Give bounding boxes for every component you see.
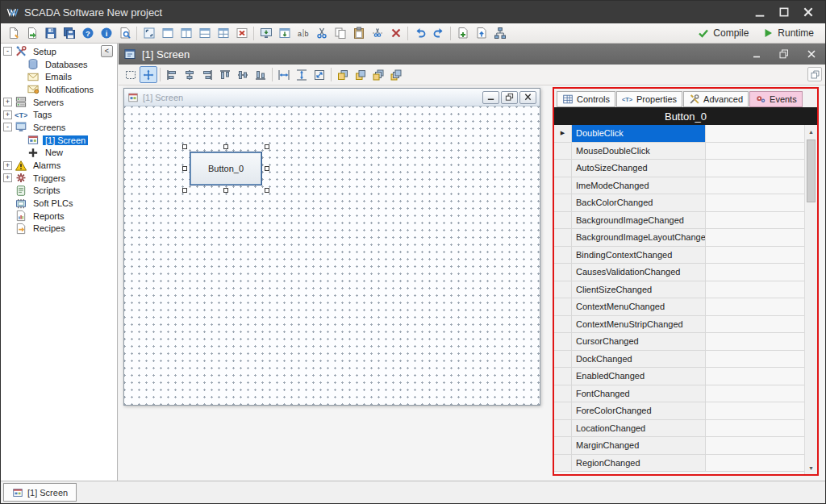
layout-grid-button[interactable]	[214, 24, 232, 42]
event-value-cell[interactable]	[706, 298, 804, 315]
selection-handle[interactable]	[182, 166, 187, 171]
tab-properties[interactable]: <T>Properties	[616, 91, 682, 107]
event-row-backgroundimagelayoutchanged[interactable]: BackgroundImageLayoutChanged	[554, 229, 804, 247]
page-add-button[interactable]	[453, 24, 472, 42]
scroll-up-icon[interactable]: ▲	[805, 125, 817, 138]
bring-forward-button[interactable]	[369, 66, 387, 83]
selection-handle[interactable]	[223, 144, 228, 149]
event-row-fontchanged[interactable]: FontChanged	[554, 385, 804, 403]
move-tool-button[interactable]	[140, 66, 157, 83]
tree-item-notifications[interactable]: Notifications	[1, 83, 117, 96]
align-bottom-button[interactable]	[252, 66, 269, 83]
redo-button[interactable]	[429, 24, 448, 42]
tree-item-1-screen[interactable]: [1] Screen	[1, 134, 117, 147]
tab-controls[interactable]: Controls	[557, 91, 615, 107]
app-minimize-button[interactable]	[748, 2, 772, 23]
save-button[interactable]	[41, 24, 60, 42]
form-minimize-button[interactable]	[482, 91, 499, 104]
event-row-cursorchanged[interactable]: CursorChanged	[554, 333, 804, 351]
help-button[interactable]: ?	[78, 24, 97, 42]
selection-handle[interactable]	[182, 188, 187, 193]
form-close-button[interactable]	[519, 91, 536, 104]
event-row-marginchanged[interactable]: MarginChanged	[554, 437, 804, 455]
fullscreen-button[interactable]	[140, 24, 158, 42]
capture-button[interactable]	[257, 24, 275, 42]
expander-plus-icon[interactable]: +	[3, 98, 12, 106]
delete-button[interactable]	[386, 24, 405, 42]
event-value-cell[interactable]	[706, 143, 804, 160]
event-value-cell[interactable]	[706, 316, 804, 333]
same-height-button[interactable]	[293, 66, 311, 83]
save-all-button[interactable]	[60, 24, 78, 42]
event-row-backcolorchanged[interactable]: BackColorChanged	[554, 194, 804, 212]
tree-item-soft-plcs[interactable]: Soft PLCs	[1, 197, 117, 210]
mdi-minimize-button[interactable]	[745, 46, 764, 62]
new-button[interactable]	[4, 24, 23, 42]
align-left-button[interactable]	[163, 66, 181, 83]
layout-rows-button[interactable]	[195, 24, 214, 42]
event-value-cell[interactable]	[706, 333, 804, 350]
select-rect-button[interactable]	[122, 66, 140, 83]
event-row-imemodechanged[interactable]: ImeModeChanged	[554, 177, 804, 195]
expander-plus-icon[interactable]: +	[3, 161, 12, 170]
selection-handle[interactable]	[265, 188, 269, 193]
form-canvas[interactable]: Button_0	[124, 106, 540, 405]
cut-row-button[interactable]	[368, 24, 386, 42]
event-value-cell[interactable]	[706, 402, 804, 419]
tab-advanced[interactable]: Advanced	[683, 91, 749, 107]
align-center-button[interactable]	[181, 66, 198, 83]
event-value-cell[interactable]	[706, 177, 804, 194]
selection-handle[interactable]	[265, 144, 269, 149]
app-maximize-button[interactable]	[772, 2, 796, 23]
button-control[interactable]: Button_0	[190, 152, 262, 185]
tree-item-new[interactable]: New	[1, 147, 117, 160]
tree-item-setup[interactable]: -Setup	[1, 45, 117, 58]
event-value-cell[interactable]	[706, 420, 804, 437]
float-panel-button[interactable]	[807, 67, 822, 81]
tree-item-scripts[interactable]: Scripts	[1, 185, 117, 198]
form-maximize-button[interactable]	[501, 91, 518, 104]
expander-plus-icon[interactable]: +	[3, 173, 12, 182]
rename-button[interactable]: ab	[294, 24, 312, 42]
tree-item-triggers[interactable]: +Triggers	[1, 172, 117, 185]
same-width-button[interactable]	[275, 66, 293, 83]
mdi-restore-button[interactable]	[772, 46, 791, 62]
align-right-button[interactable]	[198, 66, 216, 83]
page-up-button[interactable]	[472, 24, 490, 42]
event-value-cell[interactable]	[706, 264, 804, 281]
event-row-forecolorchanged[interactable]: ForeColorChanged	[554, 402, 804, 420]
selection-handle[interactable]	[265, 166, 269, 171]
open-button[interactable]	[23, 24, 41, 42]
info-button[interactable]: i	[97, 24, 115, 42]
cut-button[interactable]	[312, 24, 331, 42]
event-row-doubleclick[interactable]: ▶DoubleClick	[554, 125, 804, 143]
tree-item-recipes[interactable]: Recipes	[1, 223, 117, 235]
mdi-close-button[interactable]	[799, 46, 819, 62]
same-size-button[interactable]	[311, 66, 328, 83]
tree-item-reports[interactable]: Reports	[1, 210, 117, 223]
designed-form[interactable]: [1] Screen Button_0	[123, 88, 540, 406]
send-back-button[interactable]	[352, 66, 369, 83]
event-value-cell[interactable]	[706, 455, 804, 472]
event-row-autosizechanged[interactable]: AutoSizeChanged	[554, 160, 804, 177]
paste-button[interactable]	[349, 24, 368, 42]
import-window-button[interactable]	[275, 24, 294, 42]
event-value-cell[interactable]	[706, 437, 804, 454]
status-tab-screen[interactable]: [1] Screen	[3, 483, 77, 502]
event-row-locationchanged[interactable]: LocationChanged	[554, 420, 804, 438]
scroll-down-icon[interactable]: ▼	[805, 461, 817, 474]
event-value-cell[interactable]	[706, 385, 804, 402]
event-value-cell[interactable]	[706, 212, 804, 229]
app-close-button[interactable]	[796, 2, 820, 23]
event-value-cell[interactable]	[706, 229, 804, 246]
tree-item-screens[interactable]: -Screens	[1, 121, 117, 134]
tree-item-alarms[interactable]: +Alarms	[1, 159, 117, 172]
event-value-cell[interactable]	[706, 125, 804, 142]
event-row-bindingcontextchanged[interactable]: BindingContextChanged	[554, 247, 804, 264]
selection-handle[interactable]	[182, 144, 187, 149]
compile-button[interactable]: Compile	[697, 27, 749, 40]
find-button[interactable]	[115, 24, 134, 42]
selection-handle[interactable]	[223, 188, 228, 193]
expander-minus-icon[interactable]: -	[3, 47, 12, 56]
sitemap-button[interactable]	[490, 24, 509, 42]
